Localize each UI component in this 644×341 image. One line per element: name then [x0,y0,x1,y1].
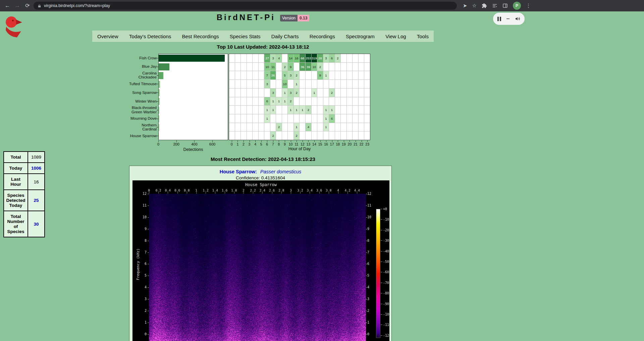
y-tick [157,127,158,127]
nav-item-view-log[interactable]: View Log [385,34,406,39]
spec-x-tick [272,192,272,193]
heatmap-cell [235,97,241,106]
stat-value[interactable]: 25 [28,190,45,211]
heatmap-cell: 3 [270,54,276,62]
profile-avatar[interactable]: P [513,2,521,10]
heatmap-cell: 2 [294,71,300,79]
heatmap-cell [335,106,341,114]
heatmap-cell [276,106,282,114]
detections-chart: 2734141668253319283621011293639102726532… [126,54,371,166]
address-bar[interactable]: virginia.birdnetpi.com/?stream=play [34,2,457,10]
nav-item-best-recordings[interactable]: Best Recordings [182,34,219,39]
heatmap-cell [253,123,258,131]
hour-tick-label: 10 [289,142,293,146]
heatmap-cell [341,54,346,62]
spec-x-tick [187,192,187,193]
heatmap-cell: 3 [323,54,329,62]
heatmap-cell [241,89,247,97]
nav-item-today-s-detections[interactable]: Today's Detections [129,34,171,39]
back-button[interactable]: ← [3,0,11,11]
heatmap-axis-label: Hour of Day [229,147,370,151]
hour-tick [320,140,321,142]
heatmap-cell [259,71,264,79]
spec-x-tick [149,192,149,193]
heatmap-cell [353,89,358,97]
bar-axis-label: Detections [158,147,228,152]
heatmap-cell: 68 [300,54,305,62]
pause-button[interactable] [497,17,501,21]
spec-x-tick [329,192,329,193]
heatmap-cell [353,71,358,79]
spec-y-tick [148,311,149,311]
heatmap-cell: 2 [276,123,282,131]
top10-heading: Top 10 Last Updated: 2022-04-13 18:12 [0,44,526,50]
spec-y-tick [148,276,149,276]
heatmap-cell [341,89,346,97]
heatmap-cell: 4 [276,54,282,62]
menu-kebab-icon[interactable]: ⋮ [526,3,531,9]
spec-y-tick-label: 8 [135,239,147,242]
heatmap-cell [235,71,241,79]
heatmap-cell [359,63,364,71]
reading-list-icon[interactable] [492,3,497,8]
heatmap-cell [364,80,370,88]
stat-value[interactable]: 30 [28,211,45,237]
heatmap-cell [247,80,253,88]
y-tick [157,75,158,76]
hour-tick [244,140,244,142]
nav-item-spectrogram[interactable]: Spectrogram [346,34,375,39]
heatmap-cell [306,131,311,140]
colorbar-tick-label: -90 [383,302,389,306]
hour-tick [362,140,362,142]
nav-item-daily-charts[interactable]: Daily Charts [271,34,299,39]
spec-x-tick [253,192,253,193]
colorbar-tick [381,230,382,230]
heatmap-cell [323,131,329,140]
spec-x-tick [234,192,234,193]
seek-bar[interactable] [506,18,509,19]
nav-item-species-stats[interactable]: Species Stats [230,34,261,39]
colorbar-tick [381,293,382,293]
spec-y-tick [366,311,367,311]
heatmap-cell [241,63,247,71]
heatmap-cell [270,80,276,88]
nav-item-tools[interactable]: Tools [417,34,429,39]
spec-x-tick [291,192,291,193]
colorbar-tick [381,335,382,336]
species-link[interactable]: House Sparrow: [220,169,257,174]
nav-item-overview[interactable]: Overview [97,34,118,39]
spec-x-tick [338,192,338,193]
volume-button[interactable] [515,16,520,21]
heatmap-cell [312,131,317,140]
heatmap-cell [288,114,293,123]
heatmap-cell [282,106,288,114]
spec-x-tick [158,192,159,193]
hour-tick [261,140,262,142]
spec-y-tick-label: 4 [135,285,147,289]
heatmap-panel: 2734141668253319283621011293639102726532… [229,54,370,140]
bookmark-star-icon[interactable]: ☆ [472,3,477,9]
nav-item-recordings[interactable]: Recordings [310,34,335,39]
heatmap-cell [264,89,270,97]
hour-tick-label: 5 [260,142,262,146]
spec-y-tick [366,229,367,229]
spec-y-tick-label: 11 [135,204,147,207]
heatmap-cell [329,123,335,131]
hour-tick [303,140,303,142]
scientific-name-link[interactable]: Passer domesticus [260,169,302,174]
side-panel-icon[interactable] [502,3,508,8]
forward-button[interactable]: → [13,0,21,11]
species-label: Winter Wren [126,97,157,106]
heatmap-cell: 1 [323,114,329,123]
bar-x-tick [158,140,159,142]
heatmap-cell [235,89,241,97]
send-icon[interactable]: ➤ [463,3,467,9]
heatmap-cell [270,123,276,131]
species-label: Tufted Titmouse [126,79,157,88]
heatmap-cell [259,106,264,114]
extensions-icon[interactable] [482,3,487,8]
heatmap-cell [306,89,311,97]
heatmap-cell [253,97,258,106]
stat-value[interactable]: 1006 [28,163,45,174]
reload-button[interactable]: ⟳ [23,0,32,11]
